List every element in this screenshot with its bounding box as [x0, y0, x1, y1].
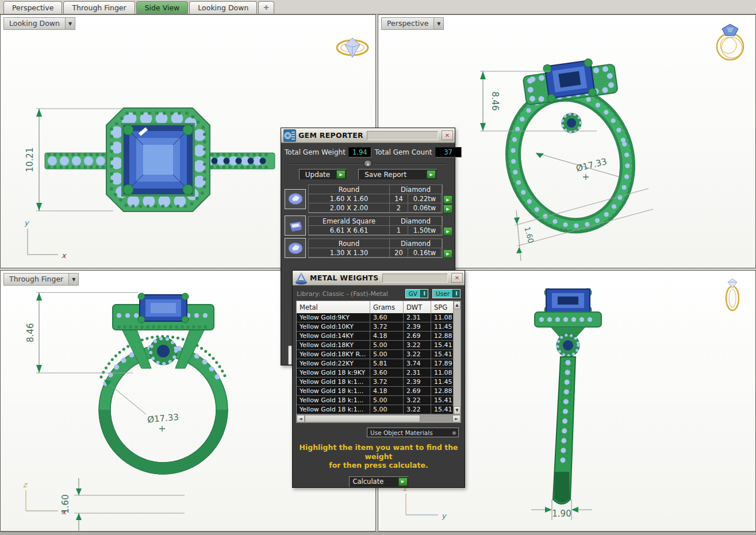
table-cell: 11.08: [431, 368, 453, 377]
go-arrow-icon: ▶: [398, 478, 408, 486]
gem-size: 6.61 X 6.61: [308, 225, 390, 235]
gem-row-detail-button[interactable]: ▶: [443, 227, 452, 236]
gem-row-detail-button[interactable]: ▶: [443, 195, 452, 204]
viewport-label-perspective[interactable]: Perspective ▼: [381, 17, 444, 30]
gem-row-detail-button[interactable]: ▶: [443, 205, 452, 213]
scroll-left-icon[interactable]: ◄: [297, 415, 305, 422]
table-cell: 5.00: [370, 396, 404, 405]
save-report-button[interactable]: Save Report ▶: [358, 169, 437, 180]
gem-count: 2: [389, 203, 408, 213]
table-cell: 15.41: [431, 341, 453, 349]
go-arrow-icon: ▶: [427, 170, 436, 179]
table-cell: 2.69: [404, 332, 431, 340]
table-cell: Yellow Gold 18 k:1...: [297, 396, 370, 405]
gem-count: 14: [389, 194, 408, 203]
scrollbar-thumb[interactable]: [305, 415, 420, 422]
table-cell: 5.00: [370, 350, 404, 359]
scrollbar-thumb[interactable]: [288, 345, 292, 365]
calculate-button[interactable]: Calculate ▶: [349, 476, 409, 487]
tab-looking-down[interactable]: Looking Down: [189, 1, 257, 14]
total-gem-weight-value: 1.94: [348, 147, 371, 157]
table-cell: 15.41: [431, 405, 453, 414]
emerald-gem-icon: [285, 215, 306, 236]
material-picker-icon: ◉: [450, 430, 458, 436]
svg-text:1.60: 1.60: [523, 226, 535, 244]
tab-through-finger[interactable]: Through Finger: [63, 1, 135, 14]
table-cell: 15.41: [431, 350, 453, 359]
table-row[interactable]: Yellow Gold:10KY3.722.3911.45: [297, 322, 453, 332]
table-row[interactable]: Yellow Gold:18KY5.003.2215.41: [297, 341, 453, 350]
gem-reporter-icon: [283, 129, 296, 142]
table-row[interactable]: Yellow Gold 18 k:1...5.003.2215.41: [297, 405, 453, 414]
chevron-down-icon[interactable]: ▼: [69, 273, 79, 286]
plus-icon: ✚: [263, 4, 268, 11]
gem-group: Emerald Square Diamond 6.61 X 6.61 1 1.5…: [285, 215, 452, 236]
scroll-down-icon[interactable]: ▼: [454, 406, 460, 414]
table-row[interactable]: Yellow Gold:22KY5.813.7417.89: [297, 359, 453, 368]
add-viewport-tab[interactable]: ✚: [258, 1, 274, 14]
gem-count: 20: [389, 248, 408, 257]
table-cell: 15.41: [431, 396, 453, 405]
close-icon[interactable]: ✕: [451, 273, 463, 283]
table-row[interactable]: Yellow Gold 18 k:1...5.003.2215.41: [297, 396, 453, 405]
use-object-materials-dropdown[interactable]: Use Object Materials ◉: [367, 428, 459, 437]
svg-text:y: y: [442, 511, 447, 520]
table-cell: 3.72: [370, 322, 404, 331]
tab-perspective[interactable]: Perspective: [3, 1, 62, 14]
status-strip: [0, 532, 756, 535]
gem-reporter-title-bar[interactable]: GEM REPORTER ✕: [281, 128, 455, 143]
user-button[interactable]: User I: [432, 289, 460, 298]
table-cell: 11.08: [431, 313, 453, 322]
table-cell: Yellow Gold:22KY: [297, 359, 370, 368]
table-row[interactable]: Yellow Gold:14KY4.182.6912.88: [297, 332, 453, 341]
panel-expander[interactable]: ▲: [289, 160, 447, 168]
metal-table-header: Metal Grams DWT SPG: [297, 301, 453, 313]
viewport-tab-bar: Perspective Through Finger Side View Loo…: [0, 0, 756, 14]
gem-group: Round Diamond 1.30 X 1.30 20 0.16tw ▶: [285, 238, 452, 258]
svg-text:y: y: [24, 218, 30, 227]
close-icon[interactable]: ✕: [442, 130, 453, 140]
total-gem-count-value: 37: [435, 147, 462, 157]
chevron-down-icon[interactable]: ▼: [434, 17, 444, 30]
round-gem-icon: [285, 189, 306, 209]
svg-text:x: x: [62, 251, 67, 260]
indicator-badge: I: [420, 290, 428, 298]
table-cell: 17.89: [431, 359, 453, 368]
gem-shape: Round: [308, 184, 390, 194]
table-cell: 5.00: [370, 405, 404, 414]
total-gem-count-label: Total Gem Count: [375, 148, 432, 156]
scroll-up-icon[interactable]: ▲: [454, 301, 460, 309]
chevron-down-icon[interactable]: ▼: [66, 17, 75, 30]
table-row[interactable]: Yellow Gold 18 k:1...4.182.6912.88: [297, 387, 453, 396]
table-row[interactable]: Yellow Gold 18 k:9KY3.602.3111.08: [297, 368, 453, 378]
gem-row-detail-button[interactable]: ▶: [443, 249, 452, 258]
metal-table-body: Yellow Gold:9KY3.602.3111.08Yellow Gold:…: [297, 313, 453, 414]
table-cell: Yellow Gold 18 k:9KY: [297, 368, 370, 377]
table-row[interactable]: Yellow Gold:18KY R...5.003.2215.41: [297, 350, 453, 359]
metal-weights-title-bar[interactable]: METAL WEIGHTS ✕: [293, 271, 465, 286]
metal-weights-dialog: METAL WEIGHTS ✕ Library: Classic - (Fast…: [292, 270, 465, 488]
tab-side-view[interactable]: Side View: [136, 1, 189, 14]
column-header: Metal: [297, 301, 370, 313]
go-arrow-icon: ▶: [336, 170, 346, 179]
table-cell: 3.60: [370, 313, 404, 322]
table-cell: 12.88: [431, 387, 453, 395]
gv-button[interactable]: GV I: [405, 289, 428, 298]
svg-text:z: z: [23, 480, 28, 489]
horizontal-scrollbar[interactable]: ◄ ►: [296, 415, 461, 423]
table-row[interactable]: Yellow Gold 18 k:1...3.722.3911.45: [297, 378, 453, 387]
metal-table: Metal Grams DWT SPG Yellow Gold:9KY3.602…: [296, 301, 461, 415]
table-cell: 3.72: [370, 378, 404, 386]
axis-indicator: y x: [24, 218, 67, 260]
vertical-scrollbar[interactable]: ▲ ▼: [453, 301, 460, 414]
table-row[interactable]: Yellow Gold:9KY3.602.3111.08: [297, 313, 453, 322]
expander-arrow-icon[interactable]: ▲: [364, 160, 373, 167]
gem-type: Diamond: [389, 184, 442, 194]
table-cell: 2.31: [404, 313, 431, 322]
viewport-label-through-finger[interactable]: Through Finger ▼: [3, 273, 79, 286]
scroll-right-icon[interactable]: ►: [452, 415, 460, 422]
update-button[interactable]: Update ▶: [299, 169, 347, 180]
total-gem-weight-label: Total Gem Weight: [285, 148, 346, 156]
dimension-1-60: 1.60: [514, 210, 535, 261]
viewport-label-looking-down[interactable]: Looking Down ▼: [3, 17, 75, 30]
